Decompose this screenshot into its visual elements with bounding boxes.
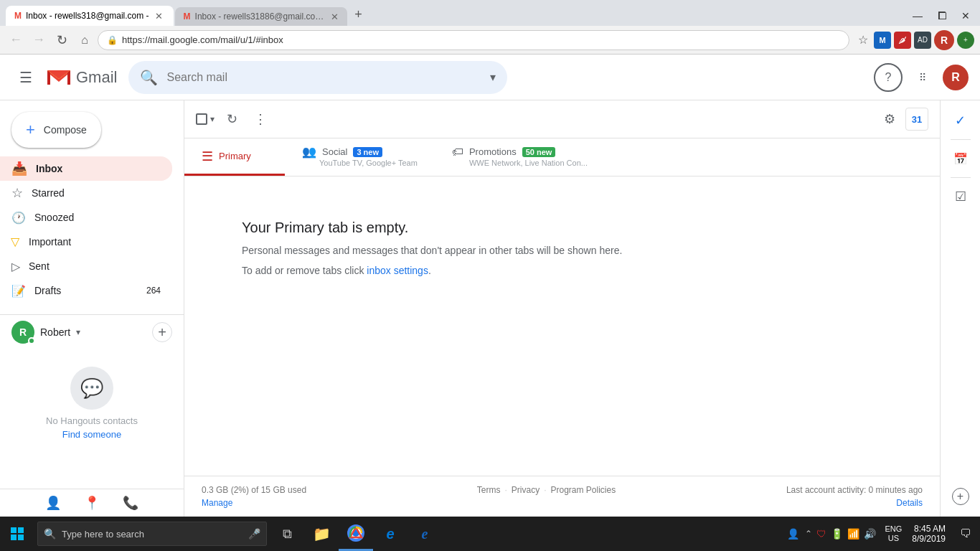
browser-tab-1[interactable]: M Inbox - rewells318@gmail.com - ✕ bbox=[6, 6, 174, 26]
search-input[interactable] bbox=[166, 71, 481, 84]
system-tray: 👤 ⌃ 🛡 🔋 📶 🔊 bbox=[781, 528, 880, 540]
maximize-button[interactable]: ⧠ bbox=[933, 9, 951, 23]
hangouts-find-someone[interactable]: Find someone bbox=[62, 429, 121, 440]
sidebar-item-snoozed[interactable]: 🕐 Snoozed bbox=[0, 205, 172, 230]
address-bar[interactable]: 🔒 https://mail.google.com/mail/u/1/#inbo… bbox=[98, 30, 849, 50]
header-profile[interactable]: R bbox=[943, 65, 969, 90]
nav-right-icons: ☆ M 🌶 AD R + bbox=[855, 30, 974, 50]
bookmark-icon[interactable]: ☆ bbox=[855, 30, 871, 50]
details-link[interactable]: Details bbox=[896, 498, 923, 508]
task-view-icon: ⧉ bbox=[283, 527, 292, 542]
ext-icon-1[interactable]: M bbox=[874, 32, 891, 49]
empty-link-line: To add or remove tabs click inbox settin… bbox=[242, 265, 431, 276]
add-account-button[interactable]: + bbox=[152, 322, 172, 342]
apps-button[interactable]: ⠿ bbox=[908, 63, 937, 92]
taskbar-item-chrome[interactable] bbox=[339, 517, 373, 551]
sidebar-item-inbox[interactable]: 📥 Inbox bbox=[0, 156, 172, 181]
phone-icon[interactable]: 📞 bbox=[123, 495, 138, 511]
taskbar: 🔍 Type here to search 🎤 ⧉ 📁 e e 👤 ⌃ 🛡 🔋 bbox=[0, 517, 980, 551]
help-button[interactable]: ? bbox=[874, 63, 903, 92]
tray-icon-people[interactable]: 👤 bbox=[784, 528, 802, 540]
sidebar-item-starred[interactable]: ☆ Starred bbox=[0, 181, 172, 205]
forward-button[interactable]: → bbox=[29, 30, 49, 50]
profile-circle-nav[interactable]: R bbox=[934, 30, 954, 50]
taskbar-mic-icon[interactable]: 🎤 bbox=[248, 528, 260, 540]
content-footer: 0.3 GB (2%) of 15 GB used Manage Terms ·… bbox=[184, 476, 940, 517]
taskbar-item-edge[interactable]: e bbox=[373, 517, 407, 551]
starred-icon: ☆ bbox=[11, 185, 23, 201]
settings-button[interactable]: ⚙ bbox=[877, 106, 903, 132]
inbox-settings-link[interactable]: inbox settings bbox=[367, 265, 428, 276]
primary-tab-label: Primary bbox=[219, 151, 251, 161]
hangouts-section: 💬 No Hangouts contacts Find someone bbox=[0, 349, 184, 446]
compose-plus-icon: + bbox=[26, 122, 35, 138]
right-sidebar-icon-2[interactable]: 📅 bbox=[946, 144, 975, 173]
terms-link[interactable]: Terms bbox=[477, 485, 501, 495]
social-tab-sublabel: YouTube TV, Google+ Team bbox=[319, 159, 418, 167]
ext-icon-3[interactable]: AD bbox=[914, 32, 931, 49]
minimize-button[interactable]: — bbox=[908, 9, 927, 23]
user-dropdown-icon: ▾ bbox=[76, 327, 80, 337]
refresh-button[interactable]: ↻ bbox=[52, 30, 72, 50]
select-dropdown-icon[interactable]: ▾ bbox=[209, 113, 216, 126]
tab2-close[interactable]: ✕ bbox=[331, 11, 339, 22]
calendar-widget[interactable]: 31 bbox=[905, 108, 928, 131]
tray-battery-icon[interactable]: 🔋 bbox=[829, 528, 844, 540]
back-button[interactable]: ← bbox=[6, 30, 26, 50]
program-policies-link[interactable]: Program Policies bbox=[550, 485, 616, 495]
sidebar-item-drafts[interactable]: 📝 Drafts 264 bbox=[0, 278, 172, 303]
right-sidebar: ✓ 📅 ☑ + bbox=[940, 100, 980, 517]
user-section[interactable]: R Robert ▾ + bbox=[0, 314, 184, 349]
notification-button[interactable]: 🗨 bbox=[951, 517, 980, 551]
select-checkbox[interactable] bbox=[196, 113, 207, 125]
right-sidebar-add[interactable]: + bbox=[952, 488, 969, 505]
refresh-button[interactable]: ↻ bbox=[219, 106, 245, 132]
lock-icon: 🔒 bbox=[107, 35, 118, 45]
search-bar[interactable]: 🔍 ▾ bbox=[128, 61, 507, 94]
more-button[interactable]: ⋮ bbox=[248, 106, 273, 132]
start-button[interactable] bbox=[0, 517, 34, 551]
tray-volume-icon[interactable]: 🔊 bbox=[862, 528, 877, 540]
sidebar-item-sent[interactable]: ▷ Sent bbox=[0, 254, 172, 278]
important-icon: ▷ bbox=[9, 237, 23, 246]
taskbar-item-explorer[interactable]: 📁 bbox=[304, 517, 339, 551]
compose-button[interactable]: + Compose bbox=[11, 112, 172, 148]
tab1-close[interactable]: ✕ bbox=[154, 10, 165, 22]
task-view-button[interactable]: ⧉ bbox=[270, 517, 304, 551]
tray-wifi-icon[interactable]: 📶 bbox=[846, 528, 861, 540]
sidebar-item-important[interactable]: ▷ Important bbox=[0, 230, 172, 254]
tab-primary[interactable]: ☰ Primary bbox=[184, 138, 285, 176]
new-tab-button[interactable]: + bbox=[349, 4, 369, 24]
contacts-icon[interactable]: 👤 bbox=[45, 495, 61, 511]
browser-tab-2[interactable]: M Inbox - rewells31886@gmail.con... ✕ bbox=[175, 7, 347, 26]
hangouts-call-icons: 👤 📍 📞 bbox=[0, 489, 184, 517]
hangouts-icon-bottom[interactable]: 📍 bbox=[84, 495, 100, 511]
ext-icon-4[interactable]: + bbox=[957, 32, 974, 49]
search-dropdown-icon[interactable]: ▾ bbox=[490, 70, 496, 84]
taskbar-search[interactable]: 🔍 Type here to search 🎤 bbox=[37, 522, 267, 546]
menu-button[interactable]: ☰ bbox=[11, 63, 40, 92]
taskbar-item-ie[interactable]: e bbox=[407, 517, 442, 551]
right-sidebar-icon-3[interactable]: ☑ bbox=[946, 182, 975, 211]
privacy-link[interactable]: Privacy bbox=[512, 485, 540, 495]
tray-icon-virus[interactable]: 🛡 bbox=[815, 528, 828, 540]
drafts-icon: 📝 bbox=[11, 284, 26, 298]
sidebar-inbox-label: Inbox bbox=[36, 163, 161, 174]
ext-icon-2[interactable]: 🌶 bbox=[894, 32, 911, 49]
home-button[interactable]: ⌂ bbox=[75, 30, 95, 50]
tab1-title: Inbox - rewells318@gmail.com - bbox=[26, 11, 149, 21]
close-button[interactable]: ✕ bbox=[957, 9, 974, 23]
promotions-tab-badge: 50 new bbox=[522, 147, 556, 157]
sidebar-starred-label: Starred bbox=[32, 187, 161, 199]
category-tabs: ☰ Primary 👥 Social 3 new YouTube TV, Goo… bbox=[184, 138, 940, 176]
manage-link[interactable]: Manage bbox=[202, 498, 306, 508]
footer-center: Terms · Privacy · Program Policies bbox=[477, 485, 616, 495]
language-indicator[interactable]: ENG US bbox=[880, 524, 906, 543]
tab-social[interactable]: 👥 Social 3 new YouTube TV, Google+ Team bbox=[285, 138, 435, 176]
tab-promotions[interactable]: 🏷 Promotions 50 new WWE Network, Live Na… bbox=[435, 138, 605, 176]
tray-icon-up[interactable]: ⌃ bbox=[804, 529, 814, 539]
gmail-app: ☰ Gmail 🔍 ▾ ? ⠿ R bbox=[0, 55, 980, 517]
right-sidebar-icon-1[interactable]: ✓ bbox=[946, 106, 975, 135]
gmail-logo-text: Gmail bbox=[76, 68, 117, 87]
taskbar-clock[interactable]: 8:45 AM 8/9/2019 bbox=[906, 524, 951, 544]
